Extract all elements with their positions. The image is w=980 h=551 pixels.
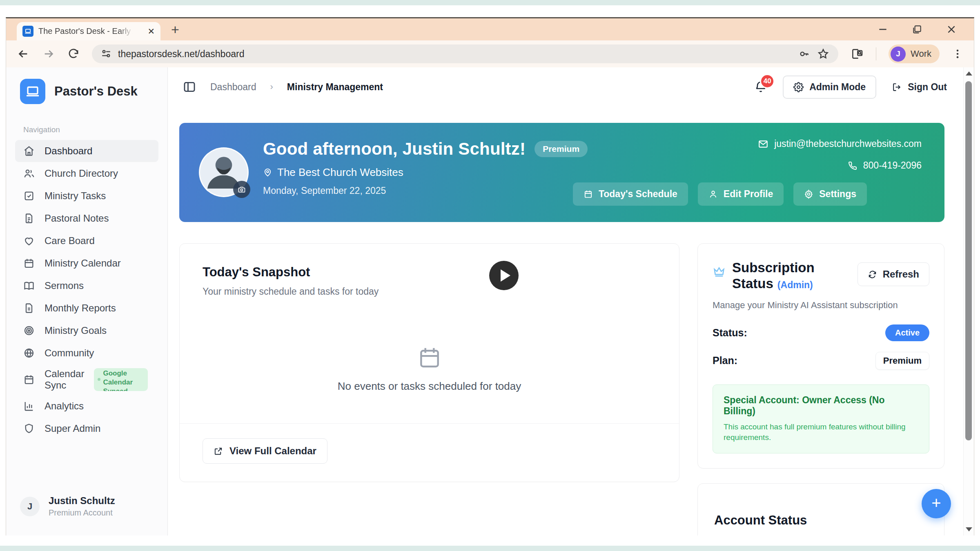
window-minimize-icon[interactable] <box>878 24 888 35</box>
sidebar-item-analytics[interactable]: Analytics <box>15 395 158 417</box>
refresh-icon <box>868 270 877 279</box>
password-key-icon[interactable] <box>798 48 811 60</box>
plan-label: Plan: <box>713 355 737 367</box>
site-settings-icon[interactable] <box>101 49 111 59</box>
app-name: Pastor's Desk <box>54 84 138 99</box>
empty-calendar-icon <box>417 345 442 370</box>
forward-icon[interactable] <box>42 47 55 60</box>
subscription-status-card: Subscription Status(Admin) Refresh Manag… <box>697 243 944 469</box>
sidebar-user[interactable]: J Justin Schultz Premium Account <box>20 495 115 518</box>
user-icon <box>708 189 718 199</box>
browser-profile-avatar: J <box>891 47 906 62</box>
heart-icon <box>23 235 35 247</box>
browser-menu-icon[interactable] <box>952 48 963 60</box>
browser-tab[interactable]: The Pastor's Desk - Early Access ✕ <box>17 22 160 40</box>
browser-tab-strip: The Pastor's Desk - Early Access ✕ + <box>6 18 974 40</box>
todays-snapshot-card: Today's Snapshot Your ministry schedule … <box>179 243 679 482</box>
google-calendar-synced-badge: Google Calendar Synced <box>94 368 148 391</box>
settings-button[interactable]: Settings <box>793 182 867 206</box>
window-maximize-icon[interactable] <box>912 24 922 35</box>
sidebar-item-dashboard[interactable]: Dashboard <box>15 140 158 162</box>
status-badge: Active <box>885 324 929 341</box>
crown-icon <box>713 265 726 278</box>
notifications-button[interactable]: 40 <box>754 80 767 93</box>
notifications-badge: 40 <box>760 74 775 89</box>
toolbar-divider <box>876 47 876 60</box>
bookmark-star-icon[interactable] <box>817 48 829 60</box>
user-plan: Premium Account <box>49 508 115 518</box>
view-full-calendar-button[interactable]: View Full Calendar <box>203 438 327 464</box>
sidebar-item-church-directory[interactable]: Church Directory <box>15 162 158 184</box>
sidebar-item-super-admin[interactable]: Super Admin <box>15 418 158 440</box>
admin-mode-button[interactable]: Admin Mode <box>783 76 876 99</box>
globe-icon <box>23 347 35 359</box>
browser-profile-chip[interactable]: J Work <box>889 44 940 63</box>
breadcrumb-root[interactable]: Dashboard <box>210 82 256 93</box>
sidebar-item-pastoral-notes[interactable]: Pastoral Notes <box>15 207 158 229</box>
bar-chart-icon <box>23 400 35 412</box>
app-logo-icon <box>20 79 45 104</box>
tab-favicon-icon <box>22 26 33 37</box>
home-icon <box>23 145 35 157</box>
camera-icon <box>238 185 246 193</box>
change-photo-button[interactable] <box>233 181 250 198</box>
greeting-title: Good afternoon, Justin Schultz! <box>263 139 526 159</box>
play-icon <box>501 269 510 282</box>
url-text: thepastorsdesk.net/dashboard <box>118 49 244 60</box>
main-header: Dashboard › Ministry Management 40 Admin… <box>168 67 963 107</box>
special-account-notice: Special Account: Owner Access (No Billin… <box>713 384 929 453</box>
browser-window: The Pastor's Desk - Early Access ✕ + the… <box>6 17 974 535</box>
plus-icon: + <box>931 495 941 511</box>
task-check-icon <box>23 190 35 202</box>
sidebar-item-care-board[interactable]: Care Board <box>15 230 158 252</box>
tab-close-icon[interactable]: ✕ <box>147 27 155 36</box>
address-bar[interactable]: thepastorsdesk.net/dashboard <box>92 44 838 63</box>
sidebar: Pastor's Desk Navigation Dashboard Churc… <box>6 67 168 535</box>
banner-phone: 800-419-2096 <box>758 160 922 171</box>
tab-title: The Pastor's Desk - Early Access <box>38 27 133 36</box>
sidebar-item-ministry-tasks[interactable]: Ministry Tasks <box>15 185 158 207</box>
banner-date: Monday, September 22, 2025 <box>263 185 588 196</box>
main-area: Dashboard › Ministry Management 40 Admin… <box>168 67 963 535</box>
sidebar-item-ministry-calendar[interactable]: Ministry Calendar <box>15 252 158 274</box>
book-open-icon <box>23 280 35 291</box>
church-name: The Best Church Websites <box>277 166 403 179</box>
calendar-icon <box>23 258 35 269</box>
back-icon[interactable] <box>17 47 30 60</box>
breadcrumb-current: Ministry Management <box>287 82 383 93</box>
scroll-up-arrow[interactable] <box>966 71 972 76</box>
edit-profile-button[interactable]: Edit Profile <box>698 182 784 206</box>
scroll-down-arrow[interactable] <box>966 527 972 531</box>
account-status-card: Account Status Plan: Premium (Active) <box>697 483 944 535</box>
user-name: Justin Schultz <box>49 495 115 507</box>
snapshot-title: Today's Snapshot <box>203 265 656 280</box>
welcome-banner: Good afternoon, Justin Schultz! Premium … <box>179 123 944 222</box>
video-play-button[interactable] <box>489 261 519 290</box>
sidebar-item-calendar-sync[interactable]: Calendar Sync Google Calendar Synced <box>15 364 158 395</box>
letterbox-top <box>0 0 980 5</box>
window-close-icon[interactable] <box>946 24 957 35</box>
browser-toolbar: thepastorsdesk.net/dashboard J Work <box>6 40 974 67</box>
add-floating-button[interactable]: + <box>922 489 951 518</box>
breadcrumb-separator: › <box>270 82 273 92</box>
banner-email: justin@thebestchurchwebsites.com <box>758 138 922 149</box>
subscription-subtitle: Manage your Ministry AI Assistant subscr… <box>713 300 929 311</box>
card-divider <box>180 423 679 424</box>
gear-icon <box>804 189 813 199</box>
sidebar-item-community[interactable]: Community <box>15 342 158 364</box>
todays-schedule-button[interactable]: Today's Schedule <box>573 182 688 206</box>
sign-out-button[interactable]: Sign Out <box>892 82 947 93</box>
side-panel-search-icon[interactable] <box>851 47 864 60</box>
page-scrollbar[interactable] <box>963 67 974 535</box>
sidebar-item-sermons[interactable]: Sermons <box>15 275 158 297</box>
reload-icon[interactable] <box>67 48 80 60</box>
refresh-button[interactable]: Refresh <box>858 262 929 286</box>
sidebar-toggle-icon[interactable] <box>183 80 196 94</box>
scrollbar-thumb[interactable] <box>965 81 972 440</box>
sidebar-item-ministry-goals[interactable]: Ministry Goals <box>15 320 158 342</box>
plan-badge: Premium <box>875 352 929 370</box>
letterbox-bottom <box>0 546 980 551</box>
new-tab-button[interactable]: + <box>171 22 179 36</box>
empty-message: No events or tasks scheduled for today <box>180 380 679 393</box>
sidebar-item-monthly-reports[interactable]: Monthly Reports <box>15 297 158 319</box>
